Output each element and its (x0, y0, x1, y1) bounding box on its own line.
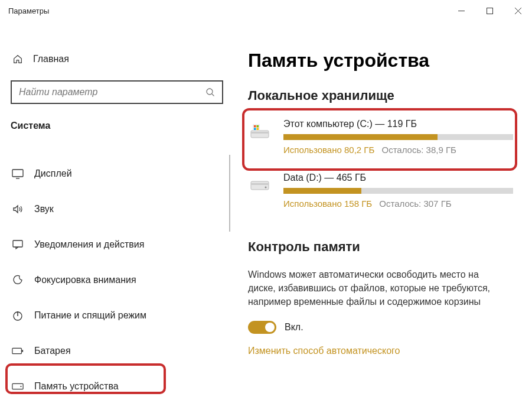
storage-sense-toggle[interactable] (248, 321, 276, 334)
nav-item-label: Память устройства (34, 381, 119, 392)
drive-free: Осталось: 38,9 ГБ (381, 145, 456, 155)
storage-icon (12, 381, 24, 392)
nav-item-storage[interactable]: Память устройства (0, 372, 230, 400)
nav-item-focus[interactable]: Фокусировка внимания (0, 266, 230, 294)
svg-rect-4 (13, 240, 22, 247)
svg-point-19 (265, 187, 267, 188)
drive-d[interactable]: Data (D:) — 465 ГБ Использовано 158 ГБ О… (248, 167, 518, 214)
svg-point-2 (207, 89, 213, 95)
search-icon (205, 87, 215, 97)
svg-rect-15 (254, 128, 256, 131)
nav-list: Дисплей Звук Уведомления и действия Фоку… (0, 160, 230, 400)
main-panel: Память устройства Локальное хранилище (230, 21, 532, 400)
storage-sense-link[interactable]: Изменить способ автоматического (248, 346, 518, 356)
home-icon (12, 53, 24, 65)
nav-item-power[interactable]: Питание и спящий режим (0, 301, 230, 330)
svg-point-9 (20, 386, 21, 387)
drive-data-icon (248, 174, 272, 197)
svg-rect-6 (12, 348, 21, 353)
storage-sense-title: Контроль памяти (248, 239, 518, 255)
sidebar: Главная Система Дисплей Звук (0, 21, 230, 400)
nav-item-label: Питание и спящий режим (34, 310, 146, 321)
drive-bar (283, 188, 513, 194)
nav-home[interactable]: Главная (0, 47, 230, 71)
close-button[interactable] (504, 0, 532, 21)
nav-item-label: Дисплей (34, 168, 72, 179)
focus-icon (12, 274, 24, 286)
drive-system-icon (248, 120, 272, 144)
drive-bar-fill (283, 188, 361, 194)
nav-item-battery[interactable]: Батарея (0, 337, 230, 365)
svg-rect-3 (12, 170, 23, 177)
svg-rect-17 (251, 181, 269, 190)
drives-list: Этот компьютер (C:) — 119 ГБ Использован… (248, 113, 518, 214)
drive-stats: Использовано 80,2 ГБ Осталось: 38,9 ГБ (283, 145, 513, 155)
window-title: Параметры (8, 6, 447, 15)
storage-sense-description: Windows может автоматически освободить м… (248, 268, 496, 309)
svg-rect-11 (251, 132, 269, 134)
drive-used: Использовано 80,2 ГБ (283, 145, 374, 155)
page-title: Память устройства (248, 50, 518, 71)
drive-stats: Использовано 158 ГБ Осталось: 307 ГБ (283, 199, 513, 209)
minimize-button[interactable] (447, 0, 475, 21)
sound-icon (12, 203, 24, 215)
nav-home-label: Главная (33, 54, 69, 64)
nav-item-label: Батарея (34, 346, 71, 356)
search-input[interactable] (19, 87, 205, 97)
svg-rect-10 (251, 131, 269, 138)
search-box[interactable] (11, 80, 223, 104)
svg-rect-1 (487, 8, 492, 14)
nav-item-sound[interactable]: Звук (0, 195, 230, 223)
local-storage-title: Локальное хранилище (248, 88, 518, 103)
nav-item-label: Звук (34, 204, 54, 214)
drive-name: Data (D:) — 465 ГБ (283, 173, 513, 183)
drive-free: Осталось: 307 ГБ (379, 199, 451, 209)
display-icon (12, 168, 24, 180)
notifications-icon (12, 239, 24, 251)
battery-icon (12, 345, 24, 357)
svg-rect-7 (22, 350, 23, 352)
toggle-label: Вкл. (285, 322, 303, 333)
svg-rect-18 (251, 183, 269, 185)
drive-bar (283, 134, 513, 140)
svg-rect-0 (458, 11, 465, 11)
drive-used: Использовано 158 ГБ (283, 199, 372, 209)
drive-c[interactable]: Этот компьютер (C:) — 119 ГБ Использован… (248, 113, 518, 161)
toggle-knob (265, 323, 275, 332)
maximize-button[interactable] (475, 0, 504, 21)
svg-rect-14 (257, 125, 259, 128)
titlebar: Параметры (0, 0, 532, 21)
nav-item-label: Уведомления и действия (34, 239, 144, 250)
sidebar-section-title: Система (11, 121, 230, 131)
nav-item-label: Фокусировка внимания (34, 275, 136, 285)
storage-sense-toggle-row: Вкл. (248, 321, 518, 334)
nav-item-display[interactable]: Дисплей (0, 160, 230, 188)
window-controls (447, 0, 532, 21)
power-icon (12, 310, 24, 321)
drive-bar-fill (283, 134, 438, 140)
storage-sense-section: Контроль памяти Windows может автоматиче… (248, 239, 518, 356)
drive-name: Этот компьютер (C:) — 119 ГБ (283, 119, 513, 129)
nav-item-notifications[interactable]: Уведомления и действия (0, 230, 230, 259)
svg-rect-13 (254, 125, 256, 128)
svg-rect-16 (257, 128, 259, 131)
